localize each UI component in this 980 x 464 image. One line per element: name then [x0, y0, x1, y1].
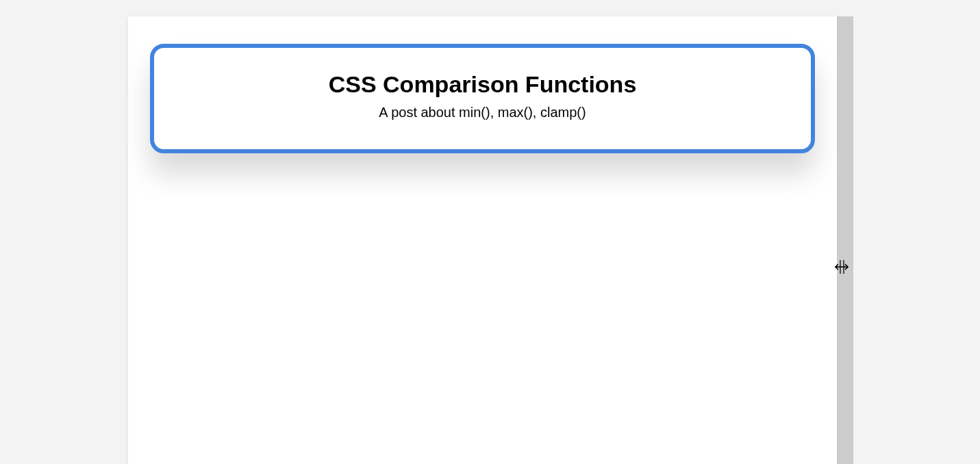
page-container: CSS Comparison Functions A post about mi… — [128, 16, 837, 464]
horizontal-arrow-icon — [835, 263, 849, 270]
resize-track[interactable] — [837, 16, 853, 464]
card-subtitle: A post about min(), max(), clamp() — [168, 105, 797, 120]
demo-card: CSS Comparison Functions A post about mi… — [150, 44, 815, 153]
card-title: CSS Comparison Functions — [168, 71, 797, 98]
resize-handle[interactable] — [835, 259, 849, 275]
